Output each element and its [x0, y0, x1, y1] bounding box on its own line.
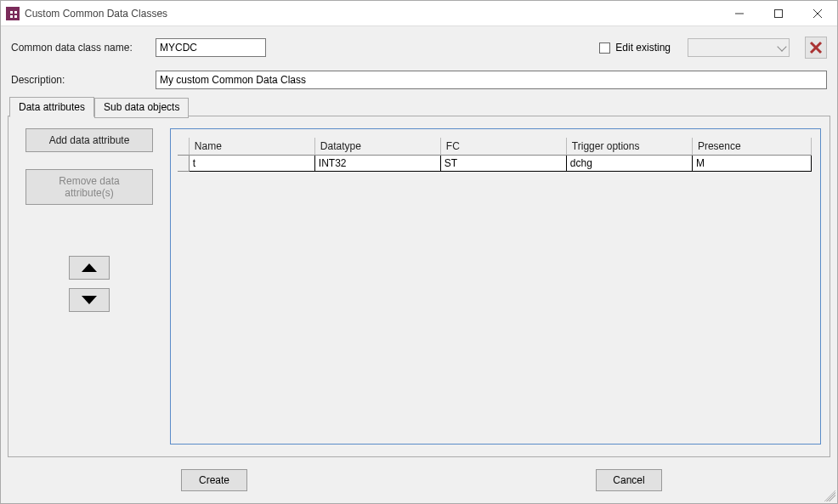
form-row-name: Common data class name: Edit existing	[11, 37, 827, 59]
delete-x-icon	[808, 40, 824, 55]
cancel-button[interactable]: Cancel	[596, 469, 662, 491]
col-header-name[interactable]: Name	[190, 138, 315, 156]
form-area: Common data class name: Edit existing De…	[1, 26, 837, 96]
delete-button[interactable]	[805, 37, 827, 59]
name-input[interactable]	[156, 38, 266, 57]
col-header-datatype[interactable]: Datatype	[315, 138, 441, 156]
existing-combo[interactable]	[688, 38, 790, 57]
button-label: Create	[199, 474, 229, 486]
minimize-icon	[735, 9, 744, 18]
col-header-presence[interactable]: Presence	[693, 138, 812, 156]
svg-rect-1	[775, 9, 783, 17]
col-header-trigger[interactable]: Trigger options	[567, 138, 693, 156]
row-header-corner	[178, 138, 190, 156]
side-controls: Add data attribute Remove data attribute…	[17, 128, 161, 445]
app-icon	[6, 7, 20, 20]
minimize-button[interactable]	[720, 1, 759, 25]
grid-header: Name Datatype FC Trigger options Presenc…	[178, 138, 812, 156]
edit-existing-checkbox[interactable]	[599, 42, 610, 54]
button-label: Remove data attribute(s)	[59, 175, 119, 199]
move-down-button[interactable]	[69, 288, 110, 312]
cell-datatype[interactable]: INT32	[315, 156, 441, 172]
window-controls	[720, 1, 837, 25]
tab-label: Data attributes	[19, 101, 85, 113]
cell-fc[interactable]: ST	[441, 156, 567, 172]
window-title: Custom Common Data Classes	[25, 8, 167, 20]
close-icon	[813, 9, 822, 18]
cell-presence[interactable]: M	[693, 156, 812, 172]
resize-grip[interactable]	[824, 490, 835, 501]
button-label: Add data attribute	[49, 134, 130, 146]
move-up-button[interactable]	[69, 256, 110, 280]
table-row[interactable]: t INT32 ST dchg M	[178, 156, 812, 172]
attributes-grid[interactable]: Name Datatype FC Trigger options Presenc…	[178, 138, 812, 172]
maximize-button[interactable]	[759, 1, 798, 25]
form-row-description: Description:	[11, 71, 827, 89]
maximize-icon	[774, 9, 783, 18]
description-input[interactable]	[156, 71, 827, 89]
dialog-window: Custom Common Data Classes Common data c…	[0, 0, 838, 504]
remove-attribute-button[interactable]: Remove data attribute(s)	[25, 169, 153, 205]
tab-sub-data-objects[interactable]: Sub data objects	[94, 98, 189, 118]
tab-strip: Data attributes Sub data objects	[8, 96, 830, 116]
row-selector[interactable]	[178, 156, 190, 172]
edit-existing-wrap[interactable]: Edit existing	[599, 42, 671, 54]
col-header-fc[interactable]: FC	[441, 138, 567, 156]
name-label: Common data class name:	[11, 42, 147, 54]
tabs-area: Data attributes Sub data objects Add dat…	[1, 96, 837, 457]
tab-label: Sub data objects	[104, 101, 179, 113]
close-button[interactable]	[798, 1, 837, 25]
titlebar: Custom Common Data Classes	[1, 1, 837, 26]
tab-data-attributes[interactable]: Data attributes	[9, 97, 94, 117]
tab-panel: Add data attribute Remove data attribute…	[8, 116, 830, 457]
button-label: Cancel	[613, 474, 644, 486]
add-attribute-button[interactable]: Add data attribute	[25, 128, 153, 152]
create-button[interactable]: Create	[181, 469, 247, 491]
chevron-down-icon	[777, 42, 786, 51]
cell-trigger[interactable]: dchg	[567, 156, 693, 172]
edit-existing-label: Edit existing	[615, 42, 671, 54]
footer: Create Cancel	[1, 457, 837, 503]
cell-name[interactable]: t	[190, 156, 315, 172]
description-label: Description:	[11, 74, 147, 86]
arrow-up-icon	[82, 263, 97, 272]
arrow-down-icon	[82, 296, 97, 304]
grid-area: Name Datatype FC Trigger options Presenc…	[170, 128, 821, 445]
